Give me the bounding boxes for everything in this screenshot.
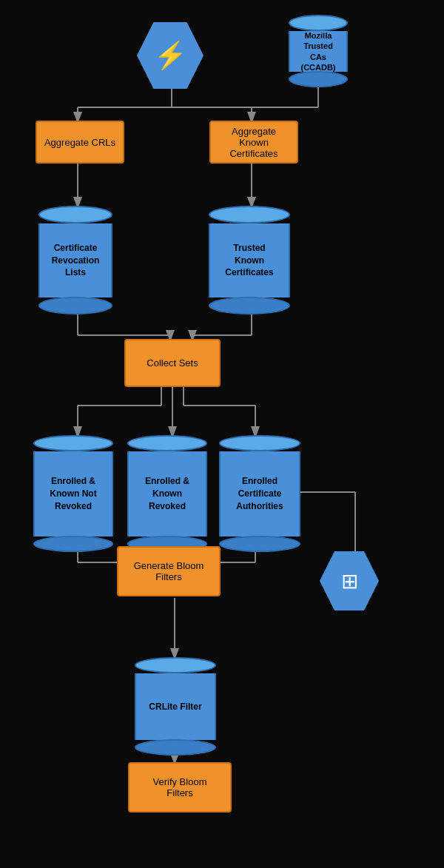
lightning-icon: ⚡ — [154, 40, 187, 71]
enrolled-ca-db: Enrolled Certificate Authorities — [219, 435, 300, 552]
aggregate-known-label: Aggregate Known Certificates — [217, 126, 291, 159]
grid-icon: ⊞ — [341, 569, 358, 593]
verify-bloom-label: Verify Bloom Filters — [153, 776, 207, 798]
verify-bloom-box: Verify Bloom Filters — [128, 762, 232, 813]
trusted-known-db: Trusted Known Certificates — [209, 206, 290, 314]
mozilla-db: Mozilla Trusted CAs (CCADB) — [289, 15, 348, 87]
enrolled-ca-label: Enrolled Certificate Authorities — [236, 475, 283, 512]
crl-db: Certificate Revocation Lists — [38, 206, 112, 314]
enrolled-not-revoked-db: Enrolled & Known Not Revoked — [33, 435, 113, 552]
lightning-hexagon: ⚡ — [137, 22, 204, 89]
crlite-filter-label: CRLite Filter — [149, 701, 201, 713]
crl-db-label: Certificate Revocation Lists — [52, 242, 100, 279]
trusted-known-label: Trusted Known Certificates — [225, 242, 273, 279]
aggregate-known-box: Aggregate Known Certificates — [209, 121, 298, 164]
aggregate-crls-box: Aggregate CRLs — [36, 121, 124, 164]
grid-hexagon: ⊞ — [320, 551, 379, 610]
collect-sets-box: Collect Sets — [124, 339, 221, 387]
crlite-filter-db: CRLite Filter — [135, 657, 216, 756]
generate-bloom-label: Generate Bloom Filters — [134, 560, 204, 582]
enrolled-not-revoked-label: Enrolled & Known Not Revoked — [50, 475, 96, 512]
collect-sets-label: Collect Sets — [147, 357, 198, 369]
generate-bloom-box: Generate Bloom Filters — [117, 546, 221, 596]
enrolled-revoked-label: Enrolled & Known Revoked — [145, 475, 189, 512]
mozilla-db-label: Mozilla Trusted CAs (CCADB) — [296, 30, 340, 73]
aggregate-crls-label: Aggregate CRLs — [44, 137, 115, 148]
enrolled-revoked-db: Enrolled & Known Revoked — [127, 435, 207, 552]
